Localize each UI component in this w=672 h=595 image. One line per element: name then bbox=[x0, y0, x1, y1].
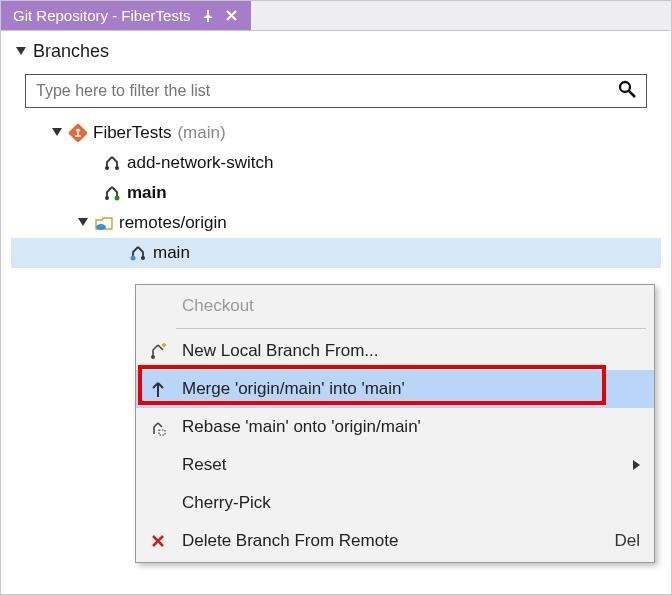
branch-active-icon bbox=[103, 184, 121, 202]
git-repo-icon bbox=[69, 124, 87, 142]
menu-rebase[interactable]: Rebase 'main' onto 'origin/main' bbox=[136, 408, 654, 446]
svg-point-8 bbox=[131, 256, 136, 261]
cloud-folder-icon bbox=[95, 214, 113, 232]
branch-name: add-network-switch bbox=[127, 153, 273, 173]
rebase-icon bbox=[144, 418, 172, 436]
section-title: Branches bbox=[33, 41, 109, 62]
filter-row bbox=[1, 68, 671, 118]
merge-icon bbox=[144, 380, 172, 398]
tab-title: Git Repository - FiberTests bbox=[13, 7, 191, 24]
chevron-down-icon bbox=[15, 48, 27, 56]
menu-reset[interactable]: Reset bbox=[136, 446, 654, 484]
window-tabbar: Git Repository - FiberTests bbox=[1, 1, 671, 31]
remote-branch-icon bbox=[129, 244, 147, 262]
delete-icon bbox=[144, 534, 172, 548]
svg-point-5 bbox=[105, 196, 109, 200]
repo-name: FiberTests bbox=[93, 123, 171, 143]
menu-checkout: Checkout bbox=[136, 287, 654, 325]
svg-point-3 bbox=[105, 166, 109, 170]
chevron-down-icon bbox=[77, 219, 89, 227]
menu-separator bbox=[176, 328, 646, 329]
filter-input[interactable] bbox=[26, 78, 618, 104]
svg-point-9 bbox=[141, 256, 145, 260]
svg-line-1 bbox=[629, 91, 635, 97]
git-repository-tab[interactable]: Git Repository - FiberTests bbox=[1, 1, 251, 30]
remote-branch-name: main bbox=[153, 243, 190, 263]
pin-icon[interactable] bbox=[201, 9, 215, 23]
svg-point-4 bbox=[115, 166, 119, 170]
branch-icon bbox=[103, 154, 121, 172]
search-icon[interactable] bbox=[618, 80, 646, 103]
svg-point-0 bbox=[620, 82, 630, 92]
chevron-down-icon bbox=[51, 129, 63, 137]
menu-delete-remote-branch[interactable]: Delete Branch From Remote Del bbox=[136, 522, 654, 560]
svg-point-10 bbox=[151, 355, 155, 359]
branch-row[interactable]: add-network-switch bbox=[11, 148, 661, 178]
branch-tree: FiberTests (main) add-network-switch mai… bbox=[1, 118, 671, 268]
new-branch-icon bbox=[144, 342, 172, 360]
filter-box bbox=[25, 74, 647, 108]
chevron-right-icon bbox=[633, 460, 640, 470]
branch-name: main bbox=[127, 183, 167, 203]
remote-branch-row[interactable]: main bbox=[11, 238, 661, 268]
menu-new-local-branch[interactable]: New Local Branch From... bbox=[136, 332, 654, 370]
remotes-folder-row[interactable]: remotes/origin bbox=[11, 208, 661, 238]
svg-rect-11 bbox=[159, 430, 165, 435]
branches-section-header[interactable]: Branches bbox=[1, 31, 671, 68]
shortcut-label: Del bbox=[614, 531, 640, 551]
svg-point-7 bbox=[96, 224, 106, 230]
menu-merge[interactable]: Merge 'origin/main' into 'main' bbox=[136, 370, 654, 408]
context-menu: Checkout New Local Branch From... Merge … bbox=[135, 284, 655, 563]
branch-row[interactable]: main bbox=[11, 178, 661, 208]
remotes-label: remotes/origin bbox=[119, 213, 227, 233]
menu-cherry-pick[interactable]: Cherry-Pick bbox=[136, 484, 654, 522]
current-branch-label: (main) bbox=[177, 123, 225, 143]
repo-root-row[interactable]: FiberTests (main) bbox=[11, 118, 661, 148]
close-icon[interactable] bbox=[225, 9, 239, 23]
svg-point-6 bbox=[115, 196, 120, 201]
